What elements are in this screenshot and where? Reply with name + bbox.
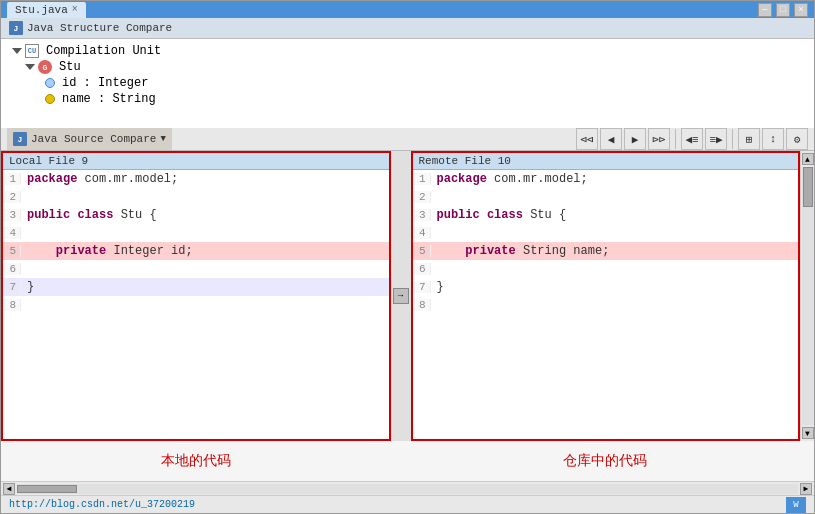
status-text: http://blog.csdn.net/u_37200219 [9, 499, 195, 510]
right-line-7: 7 } [413, 278, 799, 296]
stu-class-icon: G [38, 60, 52, 74]
left-line-2: 2 [3, 188, 389, 206]
left-linenum-5: 5 [3, 245, 21, 257]
right-linenum-5: 5 [413, 245, 431, 257]
left-linenum-6: 6 [3, 263, 21, 275]
close-window-button[interactable]: × [794, 3, 808, 17]
right-linecontent-7: } [431, 280, 444, 294]
right-file-title: Remote File 10 [419, 155, 511, 167]
right-line-6: 6 [413, 260, 799, 278]
field-id-icon [45, 78, 55, 88]
right-linenum-8: 8 [413, 299, 431, 311]
right-linenum-2: 2 [413, 191, 431, 203]
left-line-6: 6 [3, 260, 389, 278]
scroll-left-button[interactable]: ◀ [3, 483, 15, 495]
tree-item-id[interactable]: id : Integer [45, 75, 806, 91]
left-linecontent-2 [21, 190, 34, 204]
right-line-8: 8 [413, 296, 799, 314]
expand-cu-icon[interactable] [12, 48, 22, 54]
source-compare-label: Java Source Compare [31, 133, 156, 145]
left-linenum-7: 7 [3, 281, 21, 293]
maximize-button[interactable]: □ [776, 3, 790, 17]
left-code-area[interactable]: 1 package com.mr.model; 2 3 public class… [3, 170, 389, 439]
right-line-1: 1 package com.mr.model; [413, 170, 799, 188]
status-bar: http://blog.csdn.net/u_37200219 W [1, 495, 814, 513]
first-diff-button[interactable]: ⊲⊲ [576, 128, 598, 150]
structure-tree: CU Compilation Unit G Stu id : Integer n… [1, 39, 814, 128]
tree-item-stu[interactable]: G Stu [25, 59, 806, 75]
source-compare-toolbar: J Java Source Compare ▼ ⊲⊲ ◀ ▶ ⊳⊳ ◀≡ ≡▶ … [1, 128, 814, 151]
right-linecontent-1: package com.mr.model; [431, 172, 588, 186]
local-code-label: 本地的代码 [161, 452, 231, 470]
h-scroll-track[interactable] [17, 484, 798, 494]
right-linecontent-6 [431, 262, 444, 276]
stu-label: Stu [59, 60, 81, 74]
expand-stu-icon[interactable] [25, 64, 35, 70]
prev-diff-button[interactable]: ◀ [600, 128, 622, 150]
left-linenum-3: 3 [3, 209, 21, 221]
panels-container: Local File 9 1 package com.mr.model; 2 [1, 151, 814, 495]
left-linecontent-6 [21, 262, 34, 276]
right-line-3: 3 public class Stu { [413, 206, 799, 224]
right-code-area[interactable]: 1 package com.mr.model; 2 3 public class… [413, 170, 799, 439]
sync-button[interactable]: ↕ [762, 128, 784, 150]
left-linecontent-3: public class Stu { [21, 208, 157, 222]
connector-arrow[interactable]: → [393, 288, 409, 304]
left-linecontent-8 [21, 298, 34, 312]
right-label: 仓库中的代码 [411, 441, 801, 481]
left-file-panel: Local File 9 1 package com.mr.model; 2 [1, 151, 391, 441]
left-linenum-2: 2 [3, 191, 21, 203]
vertical-scrollbar[interactable]: ▲ ▼ [800, 151, 814, 441]
tab-close-icon[interactable]: × [72, 4, 78, 15]
labels-area: 本地的代码 仓库中的代码 [1, 441, 814, 481]
toolbar-separator-1 [675, 129, 676, 149]
scroll-thumb[interactable] [803, 167, 813, 207]
compare-wrapper: Local File 9 1 package com.mr.model; 2 [1, 151, 814, 495]
right-linenum-6: 6 [413, 263, 431, 275]
toolbar-separator-2 [732, 129, 733, 149]
java-source-compare-icon: J [13, 132, 27, 146]
expand-button[interactable]: ⊞ [738, 128, 760, 150]
right-linenum-4: 4 [413, 227, 431, 239]
editor-tab[interactable]: Stu.java × [7, 2, 86, 18]
source-compare-section: J Java Source Compare ▼ [7, 128, 172, 150]
right-line-5: 5 private String name; [413, 242, 799, 260]
next-diff-button[interactable]: ▶ [624, 128, 646, 150]
left-line-5: 5 private Integer id; [3, 242, 389, 260]
left-line-7: 7 } [3, 278, 389, 296]
copy-right-button[interactable]: ≡▶ [705, 128, 727, 150]
tab-label: Stu.java [15, 4, 68, 16]
h-scroll-thumb[interactable] [17, 485, 77, 493]
java-struct-icon: J [9, 21, 23, 35]
remote-code-label: 仓库中的代码 [563, 452, 647, 470]
left-line-1: 1 package com.mr.model; [3, 170, 389, 188]
left-linecontent-4 [21, 226, 34, 240]
horizontal-scrollbar[interactable]: ◀ ▶ [1, 481, 814, 495]
structure-panel-header: J Java Structure Compare [1, 18, 814, 39]
scroll-right-button[interactable]: ▶ [800, 483, 812, 495]
left-linecontent-7: } [21, 280, 34, 294]
left-line-8: 8 [3, 296, 389, 314]
right-linecontent-3: public class Stu { [431, 208, 567, 222]
settings-button[interactable]: ⚙ [786, 128, 808, 150]
copy-left-button[interactable]: ◀≡ [681, 128, 703, 150]
diff-connector: → [391, 151, 411, 441]
tree-item-cu[interactable]: CU Compilation Unit [9, 43, 806, 59]
scroll-track[interactable] [802, 167, 814, 425]
status-indicator: W [786, 497, 806, 513]
tree-item-name[interactable]: name : String [45, 91, 806, 107]
scroll-down-button[interactable]: ▼ [802, 427, 814, 439]
left-linenum-4: 4 [3, 227, 21, 239]
scroll-up-button[interactable]: ▲ [802, 153, 814, 165]
right-linenum-7: 7 [413, 281, 431, 293]
last-diff-button[interactable]: ⊳⊳ [648, 128, 670, 150]
right-file-panel: Remote File 10 1 package com.mr.model; 2 [411, 151, 801, 441]
left-linenum-1: 1 [3, 173, 21, 185]
right-line-2: 2 [413, 188, 799, 206]
left-line-4: 4 [3, 224, 389, 242]
left-line-3: 3 public class Stu { [3, 206, 389, 224]
left-file-header: Local File 9 [3, 153, 389, 170]
dropdown-arrow-icon[interactable]: ▼ [160, 134, 165, 144]
right-linenum-3: 3 [413, 209, 431, 221]
minimize-button[interactable]: ─ [758, 3, 772, 17]
